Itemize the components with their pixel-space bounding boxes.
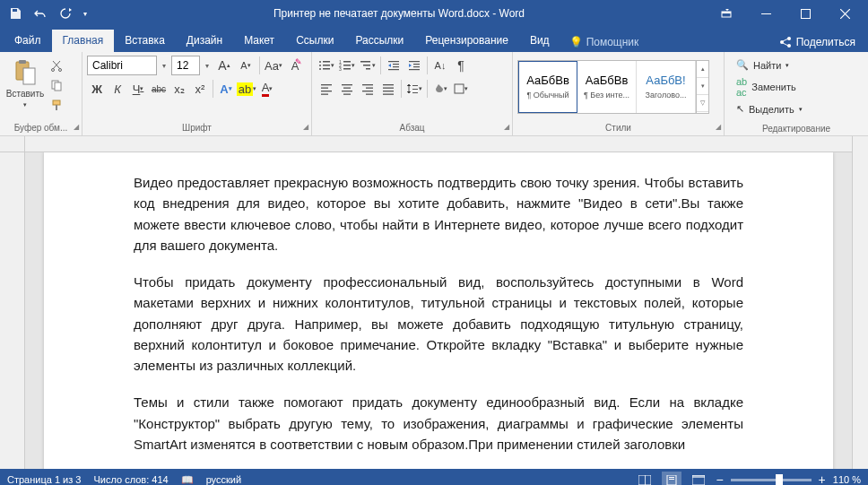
font-launcher[interactable]: ◢ — [303, 123, 308, 131]
borders-button[interactable]: ▾ — [451, 79, 471, 99]
svg-rect-51 — [383, 84, 394, 85]
paragraph-launcher[interactable]: ◢ — [504, 123, 509, 131]
view-read-mode[interactable] — [635, 472, 655, 485]
tab-review[interactable]: Рецензирование — [414, 30, 519, 52]
font-color-button[interactable]: A▾ — [257, 79, 277, 99]
status-page[interactable]: Страница 1 из 3 — [7, 474, 81, 485]
close-button[interactable] — [825, 0, 864, 27]
increase-indent-button[interactable] — [404, 56, 424, 75]
tab-view[interactable]: Вид — [519, 30, 560, 52]
tab-home[interactable]: Главная — [52, 30, 115, 52]
align-left-button[interactable] — [317, 79, 336, 99]
copy-button[interactable] — [48, 77, 65, 93]
clear-formatting-button[interactable]: A✎ — [285, 56, 305, 75]
tab-design[interactable]: Дизайн — [176, 30, 233, 52]
status-word-count[interactable]: Число слов: 414 — [93, 474, 168, 485]
style-no-spacing[interactable]: АаБбВв ¶ Без инте... — [577, 61, 637, 113]
align-right-button[interactable] — [358, 79, 378, 99]
line-spacing-button[interactable]: ▾ — [404, 79, 424, 99]
style-normal[interactable]: АаБбВв ¶ Обычный — [518, 61, 577, 113]
ribbon-options-button[interactable] — [707, 0, 746, 27]
italic-button[interactable]: К — [108, 79, 127, 99]
group-paragraph: ▾ 123▾ ▾ A↓ ¶ ▾ ▾ ▾ Абза — [312, 52, 513, 135]
styles-launcher[interactable]: ◢ — [716, 123, 721, 131]
zoom-slider[interactable] — [731, 479, 812, 481]
superscript-button[interactable]: x² — [190, 79, 210, 99]
vertical-ruler[interactable] — [0, 152, 25, 469]
tell-me[interactable]: 💡 Помощник — [560, 36, 648, 48]
status-spellcheck[interactable]: 📖 — [181, 474, 194, 486]
font-name-value: Calibri — [92, 59, 123, 72]
replace-button[interactable]: abacЗаменить — [733, 74, 806, 100]
numbering-button[interactable]: 123▾ — [337, 56, 357, 75]
paragraph-1[interactable]: Видео предоставляет прекрасную возможнос… — [134, 172, 743, 255]
document-scroll[interactable]: Видео предоставляет прекрасную возможнос… — [25, 152, 852, 469]
change-case-button[interactable]: Aa▾ — [264, 56, 283, 75]
subscript-button[interactable]: x₂ — [169, 79, 189, 99]
show-marks-button[interactable]: ¶ — [451, 56, 471, 75]
paragraph-2[interactable]: Чтобы придать документу профессиональный… — [134, 272, 743, 376]
redo-button[interactable] — [54, 2, 77, 25]
tab-file[interactable]: Файл — [4, 30, 52, 52]
zoom-level[interactable]: 110 % — [833, 474, 861, 485]
minimize-button[interactable] — [746, 0, 786, 27]
tab-layout[interactable]: Макет — [233, 30, 285, 52]
svg-rect-28 — [360, 61, 370, 63]
tab-insert[interactable]: Вставка — [114, 30, 176, 52]
clipboard-launcher[interactable]: ◢ — [74, 123, 79, 131]
status-language[interactable]: русский — [206, 474, 241, 485]
styles-gallery-spinner[interactable]: ▴▾▽ — [696, 61, 708, 113]
font-name-combo[interactable]: Calibri — [87, 56, 157, 75]
grow-font-button[interactable]: A▴ — [214, 56, 234, 75]
save-button[interactable] — [4, 2, 27, 25]
tab-mailings[interactable]: Рассылки — [344, 30, 414, 52]
document-page[interactable]: Видео предоставляет прекрасную возможнос… — [44, 152, 833, 469]
text-effects-button[interactable]: A▾ — [216, 79, 236, 99]
decrease-indent-button[interactable] — [384, 56, 404, 75]
svg-rect-55 — [412, 85, 418, 86]
paste-button[interactable]: Вставить▾ — [4, 56, 46, 112]
zoom-in-button[interactable]: + — [819, 472, 826, 485]
format-painter-button[interactable] — [48, 97, 65, 113]
ruler-corner — [0, 136, 25, 152]
svg-rect-56 — [412, 89, 418, 90]
paragraph-3[interactable]: Темы и стили также помогают придать доку… — [134, 392, 743, 455]
title-bar: ▾ Принтер не печатает документы Word.doc… — [0, 0, 868, 27]
svg-rect-23 — [343, 61, 351, 63]
vertical-scrollbar[interactable] — [852, 136, 868, 469]
zoom-out-button[interactable]: − — [716, 472, 723, 485]
qat-customize[interactable]: ▾ — [79, 2, 91, 25]
highlight-button[interactable]: ab▾ — [237, 79, 256, 99]
tab-references[interactable]: Ссылки — [285, 30, 344, 52]
find-button[interactable]: 🔍Найти▾ — [733, 57, 806, 73]
svg-point-16 — [319, 61, 321, 63]
select-button[interactable]: ↖Выделить▾ — [733, 101, 806, 117]
zoom-thumb[interactable] — [776, 474, 783, 485]
svg-rect-35 — [409, 61, 420, 62]
font-size-combo[interactable]: 12 — [171, 56, 200, 75]
cut-button[interactable] — [48, 57, 65, 74]
font-name-dd[interactable]: ▾ — [159, 62, 169, 70]
align-justify-button[interactable] — [378, 79, 398, 99]
align-center-button[interactable] — [337, 79, 357, 99]
horizontal-ruler[interactable] — [25, 136, 852, 152]
maximize-button[interactable] — [786, 0, 825, 27]
style-heading1[interactable]: АаБбВ! Заголово... — [637, 61, 696, 113]
underline-button[interactable]: Ч▾ — [128, 79, 148, 99]
svg-rect-34 — [388, 69, 399, 70]
share-button[interactable]: Поделиться — [770, 36, 864, 48]
view-print-layout[interactable] — [662, 472, 681, 485]
bold-button[interactable]: Ж — [87, 79, 107, 99]
sort-button[interactable]: A↓ — [430, 56, 450, 75]
svg-rect-37 — [413, 66, 420, 67]
shrink-font-button[interactable]: A▾ — [236, 56, 256, 75]
shading-button[interactable]: ▾ — [430, 79, 450, 99]
multilevel-list-button[interactable]: ▾ — [358, 56, 378, 75]
bullets-button[interactable]: ▾ — [317, 56, 336, 75]
view-web-layout[interactable] — [689, 472, 708, 485]
font-size-dd[interactable]: ▾ — [202, 62, 213, 70]
undo-button[interactable] — [29, 2, 52, 25]
strikethrough-button[interactable]: abc — [149, 79, 169, 99]
svg-rect-42 — [321, 94, 328, 95]
svg-rect-17 — [323, 61, 330, 63]
